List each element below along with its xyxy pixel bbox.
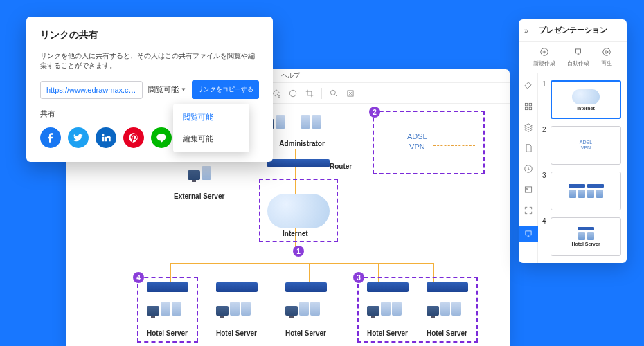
crop-icon[interactable] [305, 89, 314, 98]
fullscreen-icon[interactable] [523, 205, 534, 216]
share-dialog: リンクの共有 リンクを他の人に共有すると、その人はこの共有ファイルを閲覧や編集す… [26, 17, 273, 162]
permission-select[interactable]: 閲覧可能 [148, 84, 186, 95]
auto-icon [573, 47, 583, 57]
svg-point-14 [526, 188, 528, 190]
hotel-label-1: Hotel Server [147, 329, 188, 337]
color-icon[interactable] [288, 89, 298, 98]
facebook-icon[interactable] [40, 127, 61, 148]
share-description: リンクを他の人に共有すると、その人はこの共有ファイルを閲覧や編集することができま… [40, 51, 259, 71]
slides-list: 1 Internet 2 ADSLVPN 3 4 Hotel Server [538, 73, 627, 263]
panel-collapse-icon[interactable]: » [524, 26, 528, 35]
router[interactable] [267, 159, 330, 167]
hotel-server-4[interactable] [367, 302, 402, 316]
play-icon [602, 47, 611, 57]
layers-icon[interactable] [523, 122, 534, 133]
presentation-icon[interactable] [519, 226, 538, 242]
menu-help[interactable]: ヘルプ [281, 71, 300, 80]
pinterest-icon[interactable] [123, 127, 144, 148]
hotel-switch-2[interactable] [216, 282, 258, 292]
hotel-server-5[interactable] [427, 302, 461, 316]
share-title: リンクの共有 [40, 29, 259, 42]
history-icon[interactable] [523, 163, 534, 174]
twitter-icon[interactable] [68, 127, 89, 148]
bucket-icon[interactable] [523, 80, 534, 91]
hotel-label-2: Hotel Server [216, 329, 257, 337]
svg-rect-6 [575, 49, 580, 53]
presentation-tools: 新規作成 自動作成 再生 [519, 42, 627, 73]
adsl-region[interactable] [373, 111, 485, 174]
permission-dropdown: 閲覧可能 編集可能 [173, 104, 249, 152]
svg-point-7 [603, 48, 611, 56]
adsl-vpn-text: ADSL VPN [407, 131, 427, 153]
administrator-label: Administrator [271, 140, 332, 147]
image2-icon[interactable] [523, 184, 534, 195]
svg-rect-9 [529, 103, 532, 106]
tool-auto[interactable]: 自動作成 [567, 47, 589, 67]
page-icon[interactable] [523, 143, 534, 154]
side-tool-column [519, 73, 538, 263]
search-icon[interactable] [329, 89, 339, 98]
hotel-server-1[interactable] [147, 302, 181, 316]
hotel-label-3: Hotel Server [285, 329, 326, 337]
svg-rect-13 [525, 187, 531, 192]
internet-cloud[interactable] [267, 194, 330, 228]
copy-link-button[interactable]: リンクをコピーする [192, 80, 259, 99]
admin-server-2[interactable] [301, 115, 328, 143]
badge-4: 4 [133, 272, 144, 283]
slide-3[interactable]: 3 [542, 172, 621, 210]
hotel-server-3[interactable] [285, 302, 320, 316]
badge-2: 2 [369, 107, 380, 118]
hotel-switch-5[interactable] [427, 282, 468, 292]
presentation-title: プレゼンテーション [539, 25, 607, 35]
svg-rect-8 [525, 103, 528, 106]
svg-rect-11 [529, 107, 532, 110]
share-url-input[interactable]: https://www.edrawmax.com/server.. [40, 81, 143, 99]
svg-point-2 [289, 90, 296, 96]
tool-play[interactable]: 再生 [601, 47, 612, 67]
hotel-switch-3[interactable] [285, 282, 327, 292]
permission-option-view[interactable]: 閲覧可能 [173, 107, 249, 128]
external-server-node[interactable] [188, 166, 215, 194]
tool-new[interactable]: 新規作成 [533, 47, 555, 67]
presentation-panel: » プレゼンテーション 新規作成 自動作成 再生 1 [519, 19, 627, 263]
expand-icon[interactable] [346, 89, 355, 98]
hotel-switch-1[interactable] [147, 282, 188, 292]
badge-3: 3 [353, 272, 364, 283]
external-server-label: External Server [174, 192, 224, 200]
presentation-header: » プレゼンテーション [519, 19, 627, 42]
svg-rect-15 [525, 231, 530, 235]
slide-4[interactable]: 4 Hotel Server [542, 217, 621, 256]
router-label: Router [330, 163, 352, 170]
hotel-label-4: Hotel Server [367, 329, 408, 337]
linkedin-icon[interactable] [96, 127, 116, 148]
slide-1[interactable]: 1 Internet [542, 80, 621, 119]
svg-rect-10 [525, 107, 528, 110]
hotel-switch-4[interactable] [367, 282, 409, 292]
hotel-label-5: Hotel Server [427, 329, 467, 337]
svg-point-3 [330, 90, 335, 95]
permission-option-edit[interactable]: 編集可能 [173, 128, 249, 149]
badge-1: 1 [293, 246, 304, 257]
slide-2[interactable]: 2 ADSLVPN [542, 126, 621, 165]
grid-icon[interactable] [523, 101, 534, 112]
plus-icon [539, 47, 549, 57]
hotel-server-2[interactable] [216, 302, 251, 316]
internet-label: Internet [283, 230, 308, 237]
fill-icon[interactable] [271, 89, 281, 98]
line-icon[interactable] [151, 127, 172, 148]
